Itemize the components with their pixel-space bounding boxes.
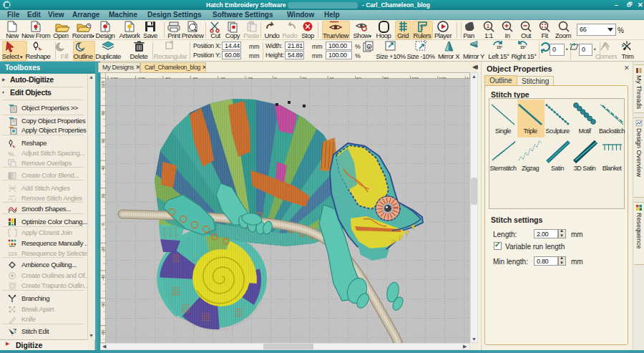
svg-text:-20: -20 (101, 246, 105, 253)
svg-text:-80: -80 (101, 329, 105, 336)
svg-text:1: 1 (487, 24, 489, 29)
svg-text:%.: %. (8, 150, 15, 158)
svg-text:15°: 15° (520, 45, 526, 49)
svg-text:60: 60 (101, 138, 105, 143)
svg-text:15°: 15° (497, 45, 502, 49)
svg-text:100: 100 (101, 80, 105, 88)
svg-text:20: 20 (101, 193, 105, 198)
svg-text:0: 0 (101, 223, 105, 226)
svg-text:-60: -60 (101, 301, 105, 308)
svg-text:-40: -40 (101, 274, 105, 281)
svg-text:80: 80 (101, 110, 105, 115)
svg-text:123: 123 (8, 251, 17, 257)
svg-text:40: 40 (101, 165, 105, 170)
